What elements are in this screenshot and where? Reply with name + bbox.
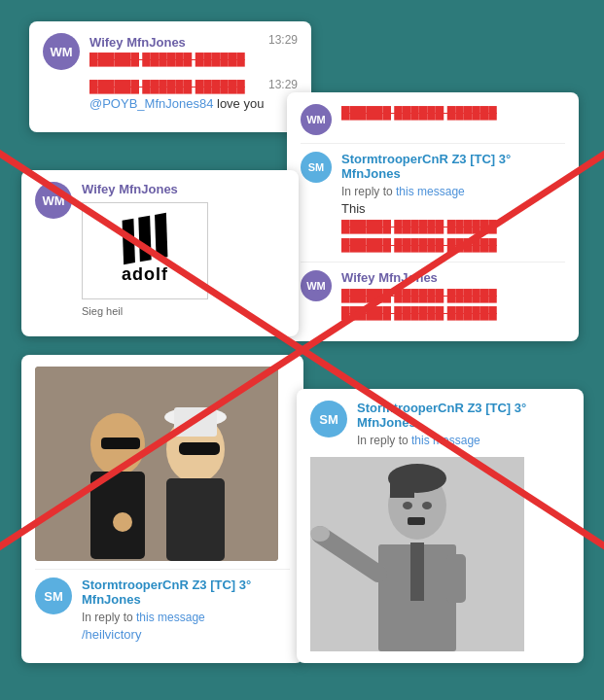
username-1: Wifey MfnJones: [89, 35, 186, 50]
adidas-stripes: [119, 213, 170, 263]
reply-link-3[interactable]: this message: [411, 434, 480, 447]
msg-content-sm-2: StormtrooperCnR Z3 [TC] 3° MfnJones In r…: [82, 578, 290, 644]
censored-2: ██████ ██████ ██████: [89, 80, 245, 93]
timestamp-1: 13:29: [268, 33, 298, 47]
msg-text-3: @POYB_MfnJones84 love you: [89, 95, 298, 113]
svg-point-15: [403, 502, 412, 509]
people-photo-svg: [35, 367, 278, 561]
hitler-image: [310, 457, 524, 651]
reply-prefix-3: In reply to: [357, 434, 411, 447]
divider-2: [301, 262, 565, 262]
msg-content-img: Wifey MfnJones adolf Sieg heil: [82, 182, 285, 317]
username-sm-3: StormtrooperCnR Z3 [TC] 3° MfnJones: [357, 401, 570, 430]
mention-1: @POYB_MfnJones84: [89, 96, 213, 111]
censored-wm-3a: ██████ ██████ ██████: [341, 287, 565, 304]
message-content-1: Wifey MfnJones 13:29 ██████ ██████ █████…: [89, 33, 298, 68]
username-wm-3: Wifey MfnJones: [341, 270, 565, 285]
reply-prefix-1: In reply to: [341, 185, 396, 198]
svg-rect-20: [446, 554, 466, 603]
censored-sm-text-1a: ██████ ██████ ██████: [341, 220, 497, 233]
heil-victory: /heilvictory: [82, 626, 290, 644]
username-sm-1: StormtrooperCnR Z3 [TC] 3° MfnJones: [341, 152, 565, 181]
hitler-svg: [310, 457, 524, 651]
message-row-2: 13:29 ██████ ██████ ██████ @POYB_MfnJone…: [43, 78, 298, 113]
username-sm-2: StormtrooperCnR Z3 [TC] 3° MfnJones: [82, 578, 290, 607]
avatar-sm-3: SM: [310, 401, 347, 438]
svg-point-16: [422, 502, 432, 509]
msg-text-2: ██████ ██████ ██████: [89, 78, 298, 95]
avatar-wm-2: WM: [301, 104, 332, 135]
censored-sm-1b: ██████ ██████ ██████: [341, 236, 565, 254]
chat-card-2: WM ██████ ██████ ██████ SM StormtrooperC…: [287, 92, 579, 341]
svg-rect-6: [179, 442, 220, 455]
caption-text: Sieg heil: [82, 305, 285, 317]
stripe-3: [155, 213, 167, 259]
message-row-sm-1: SM StormtrooperCnR Z3 [TC] 3° MfnJones I…: [301, 152, 565, 254]
svg-rect-3: [101, 438, 140, 449]
svg-rect-13: [390, 478, 414, 498]
censored-1: ██████ ██████ ██████: [89, 52, 245, 66]
message-row-wm-img: WM Wifey MfnJones adolf Sieg heil: [35, 182, 285, 317]
msg-content-sm-3: StormtrooperCnR Z3 [TC] 3° MfnJones In r…: [357, 401, 570, 449]
stripe-2: [138, 216, 151, 262]
svg-rect-18: [410, 542, 424, 601]
chat-card-4: SM StormtrooperCnR Z3 [TC] 3° MfnJones I…: [21, 355, 303, 663]
message-row-wm-3: WM Wifey MfnJones ██████ ██████ ██████ █…: [301, 270, 565, 322]
message-header-1: Wifey MfnJones 13:29: [89, 33, 298, 51]
reply-sm-3: In reply to this message: [357, 432, 570, 449]
reply-prefix-2: In reply to: [82, 611, 136, 624]
avatar-sm-1: SM: [301, 152, 332, 183]
heil-link[interactable]: /heilvictory: [82, 627, 141, 642]
svg-point-9: [113, 512, 132, 532]
msg-content-wm-2: ██████ ██████ ██████: [341, 104, 565, 122]
avatar-wm-3: WM: [301, 270, 332, 301]
message-row-wm-2: WM ██████ ██████ ██████: [301, 104, 565, 135]
message-row-sm-2: SM StormtrooperCnR Z3 [TC] 3° MfnJones I…: [35, 578, 290, 644]
this-text: This: [341, 200, 565, 218]
love-text: love you: [217, 96, 264, 111]
msg-content-sm-1: StormtrooperCnR Z3 [TC] 3° MfnJones In r…: [341, 152, 565, 254]
reply-sm-2: In reply to this message: [82, 609, 290, 626]
message-row-sm-3: SM StormtrooperCnR Z3 [TC] 3° MfnJones I…: [310, 401, 570, 449]
message-content-2: 13:29 ██████ ██████ ██████ @POYB_MfnJone…: [89, 78, 298, 113]
censored-sm-text-1b: ██████ ██████ ██████: [341, 238, 497, 252]
divider-card4: [35, 569, 290, 570]
avatar-sm-2: SM: [35, 578, 72, 614]
timestamp-2: 13:29: [268, 78, 298, 91]
svg-rect-14: [408, 517, 425, 525]
reply-sm-1: In reply to this message: [341, 183, 565, 200]
adolf-word: adolf: [122, 264, 168, 285]
reply-link-1[interactable]: this message: [396, 185, 465, 198]
censored-wm: ██████ ██████ ██████: [341, 104, 565, 122]
censored-sm-1a: ██████ ██████ ██████: [341, 218, 565, 235]
chat-card-1: WM Wifey MfnJones 13:29 ██████ ██████ ██…: [29, 21, 311, 132]
reply-link-2[interactable]: this message: [136, 611, 205, 624]
censored-wm-text: ██████ ██████ ██████: [341, 106, 497, 120]
msg-text-1: ██████ ██████ ██████: [89, 51, 298, 68]
censored-wm-3a-text: ██████ ██████ ██████: [341, 289, 497, 302]
chat-card-5: SM StormtrooperCnR Z3 [TC] 3° MfnJones I…: [297, 389, 584, 663]
people-photo: [35, 367, 278, 561]
censored-wm-3b-text: ██████ ██████ ██████: [341, 306, 497, 320]
username-wm-img: Wifey MfnJones: [82, 182, 285, 196]
svg-rect-5: [166, 478, 225, 561]
svg-rect-8: [174, 407, 217, 437]
stripe-1: [123, 219, 135, 264]
msg-content-wm-3: Wifey MfnJones ██████ ██████ ██████ ████…: [341, 270, 565, 322]
divider-1: [301, 143, 565, 144]
avatar-wm-img: WM: [35, 182, 72, 219]
svg-rect-0: [35, 367, 278, 561]
chat-card-3: WM Wifey MfnJones adolf Sieg heil: [21, 170, 299, 336]
message-row-1: WM Wifey MfnJones 13:29 ██████ ██████ ██…: [43, 33, 298, 70]
avatar-wm-1: WM: [43, 33, 80, 70]
svg-point-21: [310, 526, 330, 542]
censored-wm-3b: ██████ ██████ ██████: [341, 304, 565, 322]
adolf-image: adolf: [82, 202, 208, 299]
